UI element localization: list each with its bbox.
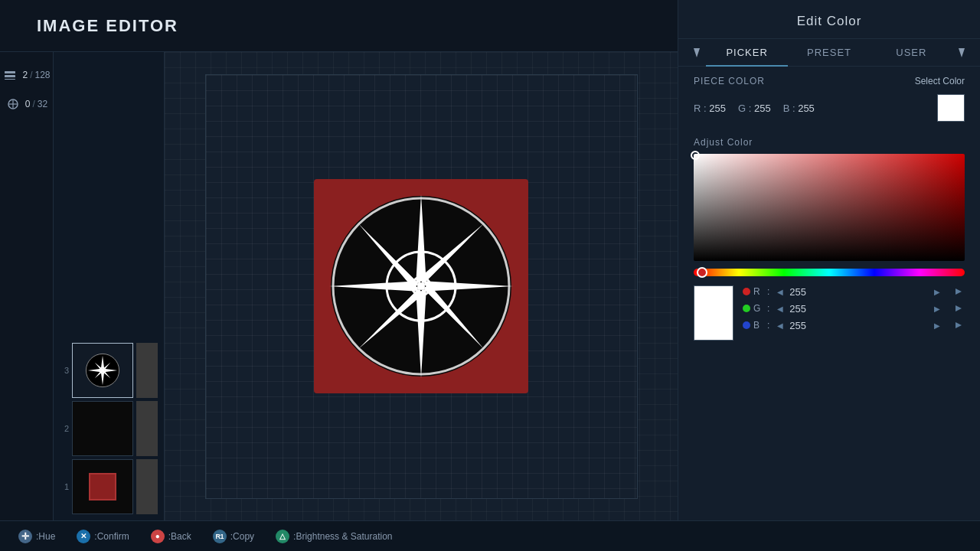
- color-section: PIECE COLOR Select Color R : 255 G : 255…: [678, 67, 980, 132]
- list-item[interactable]: 2: [60, 401, 158, 456]
- cross-badge: ✕: [77, 530, 90, 543]
- svg-marker-40: [956, 289, 962, 295]
- hint-brightness-label: :Brightness & Saturation: [293, 531, 392, 542]
- r-display: R : 255: [694, 103, 726, 114]
- hue-slider[interactable]: [694, 267, 965, 278]
- r-dot: [743, 288, 750, 295]
- tab-preset[interactable]: PRESET: [788, 39, 870, 66]
- color-preview: [694, 285, 733, 341]
- b-dot: [743, 321, 750, 329]
- pieces-icon: [5, 96, 21, 112]
- edit-color-title: Edit Color: [678, 0, 980, 39]
- tabs-row: PICKER PRESET USER: [678, 39, 980, 67]
- circle-badge: ●: [151, 530, 165, 543]
- canvas-inner: [205, 74, 638, 499]
- svg-marker-42: [956, 322, 962, 328]
- r-label: R: [753, 286, 763, 297]
- layer-side-grey: [136, 343, 158, 398]
- hint-hue-label: :Hue: [36, 531, 55, 542]
- rgb-display-row: R : 255 G : 255 B : 255: [694, 94, 965, 122]
- list-item[interactable]: 3: [60, 343, 158, 398]
- layer-thumb-3[interactable]: [72, 343, 133, 398]
- b-extra-arrow: [952, 319, 965, 331]
- color-picker-gradient[interactable]: [694, 154, 965, 261]
- compass-rose-svg: [314, 179, 528, 393]
- bottom-bar: ✛ :Hue ✕ :Confirm ● :Back R1 :Copy △ :Br…: [0, 520, 980, 551]
- r-channel-row: R : ◀ 255 ▶: [743, 285, 965, 298]
- g-decrease[interactable]: ◀: [774, 302, 786, 315]
- svg-point-37: [417, 282, 425, 290]
- hue-thumb[interactable]: [697, 267, 707, 278]
- picker-cursor[interactable]: [691, 151, 700, 160]
- g-label: G: [753, 303, 763, 314]
- left-sidebar: 2 / 128 0 / 32: [0, 52, 54, 520]
- hint-brightness: △ :Brightness & Saturation: [276, 530, 392, 543]
- g-display: G : 255: [738, 103, 771, 114]
- hint-copy: R1 :Copy: [213, 530, 254, 543]
- right-tab-icon: [952, 44, 971, 62]
- svg-rect-0: [5, 71, 15, 73]
- r-extra-arrow: [952, 285, 965, 298]
- b-channel-row: B : ◀ 255 ▶: [743, 319, 965, 331]
- layer-side-grey: [136, 401, 158, 456]
- piece-color-row: PIECE COLOR Select Color: [694, 76, 965, 86]
- color-swatch: [937, 94, 965, 122]
- b-decrease[interactable]: ◀: [774, 319, 786, 331]
- g-value: 255: [789, 303, 811, 315]
- triangle-badge: △: [276, 530, 289, 543]
- left-tab-icon: [688, 44, 706, 62]
- select-color-button[interactable]: Select Color: [915, 76, 965, 86]
- hint-back-label: :Back: [168, 531, 191, 542]
- pieces-stat: 0 / 32: [5, 96, 47, 112]
- g-extra-arrow: [952, 302, 965, 315]
- r1-badge: R1: [213, 530, 227, 543]
- layers-icon: [2, 67, 18, 83]
- svg-marker-38: [694, 48, 700, 57]
- right-panel: Edit Color PICKER PRESET USER PIECE COLO…: [678, 0, 980, 520]
- tab-picker[interactable]: PICKER: [706, 39, 788, 66]
- hint-copy-label: :Copy: [230, 531, 254, 542]
- b-value: 255: [789, 320, 811, 331]
- b-increase[interactable]: ▶: [931, 319, 943, 331]
- hint-back: ● :Back: [151, 530, 191, 543]
- g-increase[interactable]: ▶: [931, 302, 943, 315]
- layer-thumb-2[interactable]: [72, 401, 133, 456]
- hint-confirm: ✕ :Confirm: [77, 530, 129, 543]
- canvas-area: [165, 52, 678, 520]
- svg-rect-2: [5, 79, 15, 80]
- color-inputs-area: R : ◀ 255 ▶ G : ◀ 255 ▶: [694, 285, 965, 341]
- rgb-channels: R : ◀ 255 ▶ G : ◀ 255 ▶: [743, 285, 965, 331]
- gradient-bg: [694, 154, 965, 261]
- svg-marker-41: [956, 305, 962, 311]
- layer-side-grey: [136, 459, 158, 514]
- hue-track: [694, 269, 965, 276]
- svg-rect-1: [5, 75, 15, 77]
- list-item[interactable]: 1: [60, 459, 158, 514]
- layer-thumb-1[interactable]: [72, 459, 133, 514]
- hint-confirm-label: :Confirm: [94, 531, 129, 542]
- b-label: B: [753, 320, 763, 331]
- r-decrease[interactable]: ◀: [774, 285, 786, 298]
- r-value: 255: [789, 286, 811, 298]
- hint-hue: ✛ :Hue: [18, 530, 55, 543]
- svg-marker-39: [959, 48, 965, 57]
- b-display: B : 255: [783, 103, 815, 114]
- svg-point-16: [102, 370, 104, 372]
- app-title: IMAGE EDITOR: [37, 16, 178, 36]
- tab-user[interactable]: USER: [871, 39, 952, 66]
- dpad-badge: ✛: [18, 530, 32, 543]
- g-dot: [743, 305, 750, 312]
- layer-panel: 3 2 1: [54, 52, 165, 520]
- emblem-container: [314, 179, 528, 393]
- layers-stat: 2 / 128: [2, 67, 50, 83]
- g-channel-row: G : ◀ 255 ▶: [743, 302, 965, 315]
- adjust-color-label: Adjust Color: [678, 132, 980, 151]
- piece-color-label: PIECE COLOR: [694, 76, 765, 86]
- r-increase[interactable]: ▶: [931, 285, 943, 298]
